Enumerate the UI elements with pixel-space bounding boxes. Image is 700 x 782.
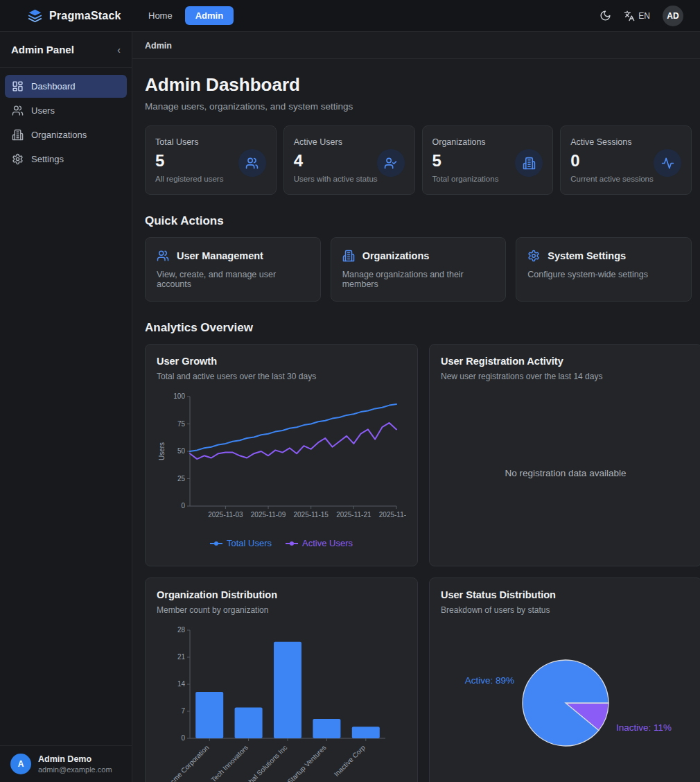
svg-text:14: 14: [177, 680, 186, 688]
stat-card-organizations: Organizations 5 Total organizations: [422, 125, 554, 195]
user-status-pie-chart: Active: 89%Inactive: 11%: [441, 625, 690, 782]
top-nav: Home Admin: [141, 6, 234, 25]
sidebar-collapse-button[interactable]: ‹: [117, 44, 121, 55]
svg-text:75: 75: [177, 420, 186, 428]
svg-text:Inactive: 11%: Inactive: 11%: [616, 722, 672, 733]
user-email: admin@example.com: [38, 765, 112, 774]
layers-logo-icon: [28, 8, 42, 23]
svg-text:2025-11-09: 2025-11-09: [251, 511, 286, 519]
legend-item: Active Users: [286, 538, 353, 548]
quick-actions-heading: Quick Actions: [145, 214, 692, 228]
sidebar-item-label: Settings: [31, 154, 64, 164]
svg-text:50: 50: [177, 447, 186, 455]
quick-action-user-management[interactable]: User Management View, create, and manage…: [145, 237, 321, 302]
chart-subtitle: Total and active users over the last 30 …: [157, 372, 406, 381]
svg-text:0: 0: [181, 734, 185, 742]
legend-item: Total Users: [210, 538, 272, 548]
sidebar-item-settings[interactable]: Settings: [5, 148, 127, 171]
chart-subtitle: Member count by organization: [157, 605, 406, 615]
chart-title: User Status Distribution: [441, 589, 690, 600]
svg-text:Inactive Corp: Inactive Corp: [333, 743, 367, 778]
chart-title: User Growth: [157, 356, 406, 367]
admin-sidebar: Admin Panel ‹ Dashboard Users Organizati…: [0, 32, 132, 782]
languages-icon: [624, 10, 635, 21]
nav-home-link[interactable]: Home: [141, 6, 180, 25]
gear-icon: [527, 250, 540, 262]
user-growth-line-chart: 02550751002025-11-032025-11-092025-11-15…: [157, 391, 406, 532]
sidebar-item-label: Organizations: [31, 130, 87, 140]
registration-activity-card: User Registration Activity New user regi…: [429, 344, 700, 566]
chart-title: Organization Distribution: [157, 589, 406, 600]
users-icon: [12, 105, 24, 116]
svg-text:Tech Innovators: Tech Innovators: [209, 744, 250, 782]
main-content: Admin Admin Dashboard Manage users, orga…: [132, 32, 700, 782]
stat-card-active-users: Active Users 4 Users with active status: [283, 125, 415, 195]
breadcrumb[interactable]: Admin: [145, 41, 172, 51]
quick-actions-grid: User Management View, create, and manage…: [145, 237, 692, 302]
chart-title: User Registration Activity: [441, 356, 690, 367]
stats-grid: Total Users 5 All registered users Activ…: [145, 125, 692, 195]
svg-text:28: 28: [177, 626, 186, 634]
quick-action-title: User Management: [177, 250, 263, 261]
page-title: Admin Dashboard: [145, 74, 692, 96]
stat-label: Total Users: [155, 137, 266, 147]
theme-toggle-button[interactable]: [600, 10, 611, 21]
users-icon: [157, 250, 169, 262]
svg-text:Active: 89%: Active: 89%: [465, 675, 514, 686]
quick-action-description: Configure system-wide settings: [527, 270, 680, 279]
user-avatar: A: [10, 754, 31, 774]
brand-name: PragmaStack: [49, 10, 121, 22]
svg-text:Users: Users: [158, 442, 166, 460]
stat-label: Active Users: [294, 137, 405, 147]
svg-text:100: 100: [173, 392, 185, 400]
quick-action-organizations[interactable]: Organizations Manage organizations and t…: [331, 237, 507, 302]
user-name: Admin Demo: [38, 754, 112, 764]
user-avatar[interactable]: AD: [663, 6, 683, 26]
quick-action-system-settings[interactable]: System Settings Configure system-wide se…: [516, 237, 692, 302]
user-status-card: User Status Distribution Breakdown of us…: [429, 577, 700, 782]
svg-text:2025-11-27: 2025-11-27: [379, 511, 406, 519]
sidebar-item-users[interactable]: Users: [5, 99, 127, 122]
svg-text:25: 25: [177, 475, 186, 483]
sidebar-item-label: Users: [31, 105, 55, 116]
brand[interactable]: PragmaStack: [28, 8, 133, 23]
sidebar-title: Admin Panel: [11, 44, 74, 55]
svg-text:Startup Ventures: Startup Ventures: [286, 744, 327, 782]
sidebar-item-dashboard[interactable]: Dashboard: [5, 75, 127, 98]
organization-bar-chart: 07142128Acme CorporationTech InnovatorsG…: [157, 625, 406, 782]
svg-text:0: 0: [181, 502, 185, 510]
svg-text:2025-11-21: 2025-11-21: [336, 511, 371, 519]
nav-admin-link[interactable]: Admin: [185, 6, 234, 25]
top-navbar: PragmaStack Home Admin EN AD: [0, 0, 700, 32]
line-chart-legend: Total UsersActive Users: [210, 538, 353, 548]
sidebar-item-label: Dashboard: [31, 81, 76, 92]
charts-grid: User Growth Total and active users over …: [145, 344, 692, 782]
chart-subtitle: Breakdown of users by status: [441, 605, 690, 615]
users-icon: [238, 149, 266, 177]
sidebar-item-organizations[interactable]: Organizations: [5, 123, 127, 146]
moon-icon: [600, 10, 611, 21]
empty-state-message: No registration data available: [441, 391, 690, 555]
stat-card-total-users: Total Users 5 All registered users: [145, 125, 277, 195]
svg-text:2025-11-03: 2025-11-03: [208, 511, 243, 519]
quick-action-description: Manage organizations and their members: [342, 270, 495, 289]
building-icon: [12, 129, 24, 141]
analytics-heading: Analytics Overview: [145, 321, 692, 335]
sidebar-user-info[interactable]: A Admin Demo admin@example.com: [0, 745, 132, 782]
organization-distribution-card: Organization Distribution Member count b…: [145, 577, 418, 782]
quick-action-description: View, create, and manage user accounts: [157, 270, 309, 289]
building-icon: [342, 250, 355, 262]
building-icon: [515, 149, 543, 177]
svg-text:Acme Corporation: Acme Corporation: [166, 744, 211, 782]
language-switcher[interactable]: EN: [624, 10, 650, 21]
quick-action-title: Organizations: [362, 250, 430, 261]
quick-action-title: System Settings: [548, 250, 626, 261]
sidebar-nav: Dashboard Users Organizations Settings: [0, 68, 132, 745]
language-label: EN: [638, 11, 650, 21]
stat-label: Active Sessions: [570, 137, 681, 147]
user-check-icon: [377, 149, 405, 177]
svg-text:2025-11-15: 2025-11-15: [293, 511, 329, 519]
svg-text:21: 21: [177, 653, 186, 661]
page-subtitle: Manage users, organizations, and system …: [145, 101, 692, 112]
chart-subtitle: New user registrations over the last 14 …: [441, 372, 690, 381]
